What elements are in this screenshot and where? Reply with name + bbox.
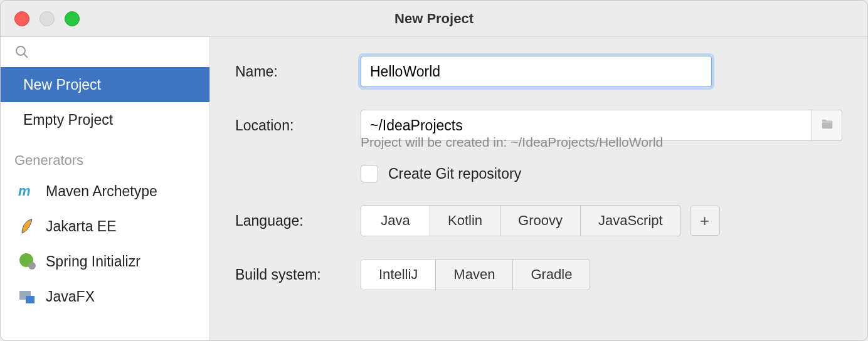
folder-icon [820, 117, 834, 134]
build-system-segmented: IntelliJ Maven Gradle [361, 259, 590, 290]
javafx-icon [18, 287, 37, 306]
titlebar: New Project [1, 1, 867, 37]
maven-icon: m [18, 182, 37, 201]
spring-icon [18, 252, 37, 271]
sidebar-item-label: Empty Project [23, 112, 113, 129]
sidebar-item-maven-archetype[interactable]: m Maven Archetype [1, 174, 209, 209]
language-option-kotlin[interactable]: Kotlin [430, 206, 500, 236]
sidebar-item-javafx[interactable]: JavaFX [1, 279, 209, 314]
name-label: Name: [235, 63, 361, 80]
window-controls [14, 11, 80, 26]
sidebar-item-spring-initializr[interactable]: Spring Initializr [1, 244, 209, 279]
sidebar-item-new-project[interactable]: New Project [1, 67, 209, 102]
sidebar-item-label: New Project [23, 76, 101, 93]
sidebar-generators-heading: Generators [1, 137, 209, 174]
plus-icon: + [700, 211, 709, 231]
language-label: Language: [235, 212, 361, 229]
svg-point-0 [16, 46, 25, 55]
svg-point-4 [28, 262, 36, 270]
build-option-gradle[interactable]: Gradle [513, 260, 590, 290]
create-git-checkbox[interactable] [361, 165, 378, 182]
language-option-groovy[interactable]: Groovy [500, 206, 581, 236]
maximize-window-button[interactable] [65, 11, 80, 26]
sidebar-item-label: Spring Initializr [46, 253, 140, 270]
search-icon[interactable] [14, 45, 29, 62]
language-segmented: Java Kotlin Groovy JavaScript [361, 205, 681, 236]
close-window-button[interactable] [14, 11, 29, 26]
location-label: Location: [235, 117, 361, 134]
main-panel: Name: Location: Project will be created … [210, 37, 867, 340]
jakarta-icon [18, 217, 37, 236]
browse-location-button[interactable] [812, 110, 842, 141]
language-option-java[interactable]: Java [361, 206, 430, 236]
sidebar-item-label: Jakarta EE [46, 218, 117, 235]
svg-line-1 [24, 54, 28, 58]
svg-rect-6 [26, 296, 34, 303]
minimize-window-button[interactable] [40, 11, 55, 26]
sidebar-item-label: JavaFX [46, 288, 95, 305]
build-option-intellij[interactable]: IntelliJ [361, 260, 436, 290]
svg-text:m: m [18, 183, 31, 199]
sidebar-item-jakarta-ee[interactable]: Jakarta EE [1, 209, 209, 244]
add-language-button[interactable]: + [690, 206, 720, 236]
window-title: New Project [394, 11, 474, 27]
build-option-maven[interactable]: Maven [436, 260, 513, 290]
sidebar-item-empty-project[interactable]: Empty Project [1, 102, 209, 137]
name-input[interactable] [361, 56, 712, 87]
create-git-label: Create Git repository [388, 165, 521, 182]
language-option-javascript[interactable]: JavaScript [581, 206, 680, 236]
sidebar-item-label: Maven Archetype [46, 183, 157, 200]
build-system-label: Build system: [235, 266, 361, 283]
sidebar: New Project Empty Project Generators m M… [1, 37, 210, 340]
